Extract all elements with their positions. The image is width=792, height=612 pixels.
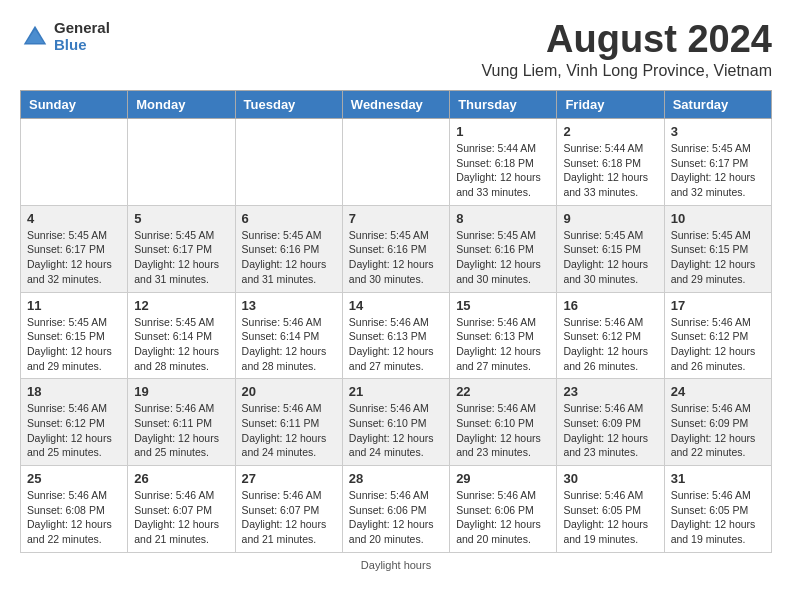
- calendar-cell: 28Sunrise: 5:46 AMSunset: 6:06 PMDayligh…: [342, 466, 449, 553]
- day-info: Sunrise: 5:46 AMSunset: 6:13 PMDaylight:…: [456, 315, 550, 374]
- week-row-1: 1Sunrise: 5:44 AMSunset: 6:18 PMDaylight…: [21, 119, 772, 206]
- calendar-cell: 22Sunrise: 5:46 AMSunset: 6:10 PMDayligh…: [450, 379, 557, 466]
- header-saturday: Saturday: [664, 91, 771, 119]
- day-number: 18: [27, 384, 121, 399]
- day-info: Sunrise: 5:45 AMSunset: 6:17 PMDaylight:…: [671, 141, 765, 200]
- calendar-cell: 6Sunrise: 5:45 AMSunset: 6:16 PMDaylight…: [235, 205, 342, 292]
- calendar-cell: 10Sunrise: 5:45 AMSunset: 6:15 PMDayligh…: [664, 205, 771, 292]
- day-info: Sunrise: 5:46 AMSunset: 6:11 PMDaylight:…: [134, 401, 228, 460]
- day-number: 3: [671, 124, 765, 139]
- day-number: 15: [456, 298, 550, 313]
- calendar-cell: 27Sunrise: 5:46 AMSunset: 6:07 PMDayligh…: [235, 466, 342, 553]
- calendar-cell: [128, 119, 235, 206]
- day-number: 23: [563, 384, 657, 399]
- logo-general-text: General: [54, 20, 110, 37]
- day-info: Sunrise: 5:46 AMSunset: 6:08 PMDaylight:…: [27, 488, 121, 547]
- day-number: 9: [563, 211, 657, 226]
- day-info: Sunrise: 5:46 AMSunset: 6:10 PMDaylight:…: [456, 401, 550, 460]
- location-subtitle: Vung Liem, Vinh Long Province, Vietnam: [481, 62, 772, 80]
- page-header: General Blue August 2024 Vung Liem, Vinh…: [20, 20, 772, 80]
- calendar-cell: 18Sunrise: 5:46 AMSunset: 6:12 PMDayligh…: [21, 379, 128, 466]
- calendar-cell: 1Sunrise: 5:44 AMSunset: 6:18 PMDaylight…: [450, 119, 557, 206]
- calendar-cell: 19Sunrise: 5:46 AMSunset: 6:11 PMDayligh…: [128, 379, 235, 466]
- logo-text: General Blue: [54, 20, 110, 53]
- day-info: Sunrise: 5:46 AMSunset: 6:05 PMDaylight:…: [563, 488, 657, 547]
- day-info: Sunrise: 5:46 AMSunset: 6:07 PMDaylight:…: [242, 488, 336, 547]
- day-info: Sunrise: 5:46 AMSunset: 6:12 PMDaylight:…: [671, 315, 765, 374]
- day-number: 11: [27, 298, 121, 313]
- calendar-cell: 7Sunrise: 5:45 AMSunset: 6:16 PMDaylight…: [342, 205, 449, 292]
- day-info: Sunrise: 5:45 AMSunset: 6:15 PMDaylight:…: [27, 315, 121, 374]
- calendar-cell: 12Sunrise: 5:45 AMSunset: 6:14 PMDayligh…: [128, 292, 235, 379]
- calendar-cell: 31Sunrise: 5:46 AMSunset: 6:05 PMDayligh…: [664, 466, 771, 553]
- day-number: 8: [456, 211, 550, 226]
- calendar-cell: 11Sunrise: 5:45 AMSunset: 6:15 PMDayligh…: [21, 292, 128, 379]
- calendar-cell: 4Sunrise: 5:45 AMSunset: 6:17 PMDaylight…: [21, 205, 128, 292]
- day-number: 29: [456, 471, 550, 486]
- day-info: Sunrise: 5:44 AMSunset: 6:18 PMDaylight:…: [563, 141, 657, 200]
- day-number: 10: [671, 211, 765, 226]
- day-number: 22: [456, 384, 550, 399]
- day-info: Sunrise: 5:46 AMSunset: 6:12 PMDaylight:…: [27, 401, 121, 460]
- day-info: Sunrise: 5:45 AMSunset: 6:16 PMDaylight:…: [242, 228, 336, 287]
- day-number: 27: [242, 471, 336, 486]
- calendar-cell: 13Sunrise: 5:46 AMSunset: 6:14 PMDayligh…: [235, 292, 342, 379]
- day-number: 14: [349, 298, 443, 313]
- day-info: Sunrise: 5:46 AMSunset: 6:06 PMDaylight:…: [349, 488, 443, 547]
- day-number: 24: [671, 384, 765, 399]
- logo-blue-text: Blue: [54, 37, 110, 54]
- day-info: Sunrise: 5:46 AMSunset: 6:09 PMDaylight:…: [671, 401, 765, 460]
- day-info: Sunrise: 5:45 AMSunset: 6:16 PMDaylight:…: [456, 228, 550, 287]
- day-info: Sunrise: 5:46 AMSunset: 6:12 PMDaylight:…: [563, 315, 657, 374]
- day-info: Sunrise: 5:45 AMSunset: 6:15 PMDaylight:…: [671, 228, 765, 287]
- calendar-body: 1Sunrise: 5:44 AMSunset: 6:18 PMDaylight…: [21, 119, 772, 553]
- calendar-cell: 26Sunrise: 5:46 AMSunset: 6:07 PMDayligh…: [128, 466, 235, 553]
- calendar-header: SundayMondayTuesdayWednesdayThursdayFrid…: [21, 91, 772, 119]
- logo: General Blue: [20, 20, 110, 53]
- day-info: Sunrise: 5:46 AMSunset: 6:10 PMDaylight:…: [349, 401, 443, 460]
- calendar-cell: [235, 119, 342, 206]
- month-year-title: August 2024: [481, 20, 772, 58]
- calendar-cell: 20Sunrise: 5:46 AMSunset: 6:11 PMDayligh…: [235, 379, 342, 466]
- day-number: 19: [134, 384, 228, 399]
- day-number: 28: [349, 471, 443, 486]
- day-info: Sunrise: 5:46 AMSunset: 6:11 PMDaylight:…: [242, 401, 336, 460]
- calendar-cell: 30Sunrise: 5:46 AMSunset: 6:05 PMDayligh…: [557, 466, 664, 553]
- day-info: Sunrise: 5:46 AMSunset: 6:13 PMDaylight:…: [349, 315, 443, 374]
- week-row-2: 4Sunrise: 5:45 AMSunset: 6:17 PMDaylight…: [21, 205, 772, 292]
- week-row-3: 11Sunrise: 5:45 AMSunset: 6:15 PMDayligh…: [21, 292, 772, 379]
- calendar-cell: 25Sunrise: 5:46 AMSunset: 6:08 PMDayligh…: [21, 466, 128, 553]
- calendar-cell: 15Sunrise: 5:46 AMSunset: 6:13 PMDayligh…: [450, 292, 557, 379]
- day-number: 26: [134, 471, 228, 486]
- day-number: 5: [134, 211, 228, 226]
- day-number: 2: [563, 124, 657, 139]
- day-info: Sunrise: 5:45 AMSunset: 6:14 PMDaylight:…: [134, 315, 228, 374]
- header-friday: Friday: [557, 91, 664, 119]
- day-number: 21: [349, 384, 443, 399]
- day-number: 13: [242, 298, 336, 313]
- calendar-cell: 21Sunrise: 5:46 AMSunset: 6:10 PMDayligh…: [342, 379, 449, 466]
- calendar-cell: 9Sunrise: 5:45 AMSunset: 6:15 PMDaylight…: [557, 205, 664, 292]
- calendar-cell: 17Sunrise: 5:46 AMSunset: 6:12 PMDayligh…: [664, 292, 771, 379]
- week-row-4: 18Sunrise: 5:46 AMSunset: 6:12 PMDayligh…: [21, 379, 772, 466]
- day-info: Sunrise: 5:45 AMSunset: 6:16 PMDaylight:…: [349, 228, 443, 287]
- calendar-cell: 8Sunrise: 5:45 AMSunset: 6:16 PMDaylight…: [450, 205, 557, 292]
- header-thursday: Thursday: [450, 91, 557, 119]
- day-number: 31: [671, 471, 765, 486]
- day-number: 4: [27, 211, 121, 226]
- day-number: 17: [671, 298, 765, 313]
- header-sunday: Sunday: [21, 91, 128, 119]
- calendar-table: SundayMondayTuesdayWednesdayThursdayFrid…: [20, 90, 772, 553]
- day-info: Sunrise: 5:44 AMSunset: 6:18 PMDaylight:…: [456, 141, 550, 200]
- calendar-cell: 14Sunrise: 5:46 AMSunset: 6:13 PMDayligh…: [342, 292, 449, 379]
- calendar-cell: 2Sunrise: 5:44 AMSunset: 6:18 PMDaylight…: [557, 119, 664, 206]
- day-number: 25: [27, 471, 121, 486]
- day-info: Sunrise: 5:46 AMSunset: 6:14 PMDaylight:…: [242, 315, 336, 374]
- logo-icon: [20, 22, 50, 52]
- week-row-5: 25Sunrise: 5:46 AMSunset: 6:08 PMDayligh…: [21, 466, 772, 553]
- calendar-cell: 24Sunrise: 5:46 AMSunset: 6:09 PMDayligh…: [664, 379, 771, 466]
- day-number: 7: [349, 211, 443, 226]
- day-info: Sunrise: 5:46 AMSunset: 6:07 PMDaylight:…: [134, 488, 228, 547]
- day-info: Sunrise: 5:46 AMSunset: 6:05 PMDaylight:…: [671, 488, 765, 547]
- day-number: 16: [563, 298, 657, 313]
